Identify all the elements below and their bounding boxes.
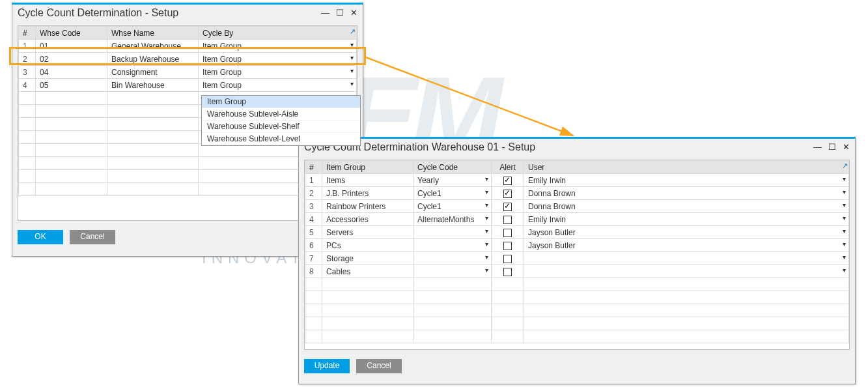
cell-cycle-by[interactable]: Item Group <box>199 79 357 92</box>
titlebar: Cycle Count Determination Warehouse 01 -… <box>299 139 855 157</box>
alert-checkbox[interactable] <box>503 203 512 211</box>
col-header-num: # <box>305 161 322 174</box>
cell-whse-code[interactable]: 02 <box>36 53 107 66</box>
dropdown-option[interactable]: Warehouse Sublevel-Shelf <box>202 121 360 133</box>
cell-cycle-by[interactable]: Item Group <box>199 53 357 66</box>
maximize-icon[interactable]: ☐ <box>336 8 344 18</box>
col-header-item-group: Item Group <box>322 161 413 174</box>
cell-whse-name[interactable]: General Warehouse <box>107 40 199 53</box>
cell-cycle-code[interactable]: AlternateMonths <box>413 213 492 226</box>
popout-icon[interactable]: ↗ <box>350 27 356 36</box>
cell-alert[interactable] <box>492 174 524 187</box>
cell-whse-name[interactable]: Bin Warehouse <box>107 79 199 92</box>
dropdown-cycle-by[interactable]: Item Group Warehouse Sublevel-Aisle Ware… <box>201 95 361 146</box>
close-icon[interactable]: ✕ <box>350 8 357 18</box>
cell-alert[interactable] <box>492 226 524 239</box>
cell-item-group[interactable]: J.B. Printers <box>322 187 413 200</box>
alert-checkbox[interactable] <box>503 216 512 224</box>
table-row[interactable] <box>305 317 849 330</box>
table-row[interactable] <box>305 330 849 343</box>
cell-alert[interactable] <box>492 187 524 200</box>
cell-cycle-code[interactable]: Cycle1 <box>413 200 492 213</box>
cell-alert[interactable] <box>492 239 524 252</box>
cell-user[interactable]: Jayson Butler <box>524 239 849 252</box>
cell-user[interactable]: Donna Brown <box>524 187 849 200</box>
cell-whse-name[interactable]: Consignment <box>107 66 199 79</box>
table-row[interactable]: 8Cables <box>305 265 849 278</box>
col-header-user: User <box>524 161 849 174</box>
cell-user[interactable]: Emily Irwin <box>524 213 849 226</box>
alert-checkbox[interactable] <box>503 177 512 185</box>
table-row[interactable]: 4AccessoriesAlternateMonthsEmily Irwin <box>305 213 849 226</box>
dropdown-option[interactable]: Warehouse Sublevel-Aisle <box>202 108 360 121</box>
table-row[interactable]: 5ServersJayson Butler <box>305 226 849 239</box>
cell-cycle-code[interactable]: Cycle1 <box>413 187 492 200</box>
cell-cycle-code[interactable] <box>413 239 492 252</box>
table-row[interactable]: 7Storage <box>305 252 849 265</box>
cell-cycle-code[interactable] <box>413 226 492 239</box>
row-num: 1 <box>305 174 322 187</box>
cell-user[interactable]: Donna Brown <box>524 200 849 213</box>
row-num: 8 <box>305 265 322 278</box>
alert-checkbox[interactable] <box>503 190 512 198</box>
alert-checkbox[interactable] <box>503 242 512 250</box>
cell-user[interactable]: Jayson Butler <box>524 226 849 239</box>
cell-item-group[interactable]: Storage <box>322 252 413 265</box>
row-num: 4 <box>305 213 322 226</box>
dropdown-option[interactable]: Item Group <box>202 96 360 108</box>
cell-whse-name[interactable]: Backup Warehouse <box>107 53 199 66</box>
table-row[interactable]: 2J.B. PrintersCycle1Donna Brown <box>305 187 849 200</box>
window-title: Cycle Count Determination Warehouse 01 -… <box>304 141 813 153</box>
dropdown-option[interactable]: Warehouse Sublevel-Level <box>202 133 360 145</box>
minimize-icon[interactable]: — <box>813 143 822 152</box>
cell-whse-code[interactable]: 05 <box>36 79 107 92</box>
row-num: 3 <box>19 66 36 79</box>
cell-alert[interactable] <box>492 200 524 213</box>
cell-cycle-code[interactable]: Yearly <box>413 174 492 187</box>
table-row[interactable] <box>305 291 849 304</box>
cell-user[interactable]: Emily Irwin <box>524 174 849 187</box>
alert-checkbox[interactable] <box>503 229 512 237</box>
table-row[interactable]: 3Rainbow PrintersCycle1Donna Brown <box>305 200 849 213</box>
cancel-button[interactable]: Cancel <box>70 230 115 244</box>
cell-whse-code[interactable]: 01 <box>36 40 107 53</box>
alert-checkbox[interactable] <box>503 255 512 263</box>
cell-alert[interactable] <box>492 213 524 226</box>
cell-item-group[interactable]: Rainbow Printers <box>322 200 413 213</box>
cell-cycle-by[interactable]: Item Group <box>199 66 357 79</box>
cell-cycle-code[interactable] <box>413 265 492 278</box>
popout-icon[interactable]: ↗ <box>842 162 848 170</box>
minimize-icon[interactable]: — <box>321 8 329 18</box>
table-row[interactable]: 6PCsJayson Butler <box>305 239 849 252</box>
cell-item-group[interactable]: Cables <box>322 265 413 278</box>
table-row[interactable]: 101General WarehouseItem Group <box>19 40 357 53</box>
ok-button[interactable]: OK <box>18 230 63 244</box>
cell-cycle-by[interactable]: Item Group <box>199 40 357 53</box>
cell-user[interactable] <box>524 252 849 265</box>
cell-item-group[interactable]: Accessories <box>322 213 413 226</box>
update-button[interactable]: Update <box>304 359 350 373</box>
cell-item-group[interactable]: PCs <box>322 239 413 252</box>
table-row[interactable]: 405Bin WarehouseItem Group <box>19 79 357 92</box>
cell-cycle-code[interactable] <box>413 252 492 265</box>
table-row[interactable] <box>305 304 849 317</box>
table-item-groups: # Item Group Cycle Code Alert User 1Item… <box>305 160 849 343</box>
table-row[interactable]: 202Backup WarehouseItem Group <box>19 53 357 66</box>
alert-checkbox[interactable] <box>503 268 512 276</box>
cell-item-group[interactable]: Items <box>322 174 413 187</box>
table-row[interactable] <box>305 278 849 291</box>
cell-alert[interactable] <box>492 252 524 265</box>
col-header-cycle-by: Cycle By <box>199 27 357 40</box>
cell-alert[interactable] <box>492 265 524 278</box>
close-icon[interactable]: ✕ <box>843 143 850 152</box>
cell-item-group[interactable]: Servers <box>322 226 413 239</box>
maximize-icon[interactable]: ☐ <box>828 143 836 152</box>
window-cycle-count-warehouse-01: Cycle Count Determination Warehouse 01 -… <box>298 137 856 384</box>
cell-user[interactable] <box>524 265 849 278</box>
svg-line-0 <box>366 57 573 136</box>
cell-whse-code[interactable]: 04 <box>36 66 107 79</box>
row-num: 1 <box>19 40 36 53</box>
table-row[interactable]: 304ConsignmentItem Group <box>19 66 357 79</box>
cancel-button[interactable]: Cancel <box>356 359 402 373</box>
table-row[interactable]: 1ItemsYearlyEmily Irwin <box>305 174 849 187</box>
